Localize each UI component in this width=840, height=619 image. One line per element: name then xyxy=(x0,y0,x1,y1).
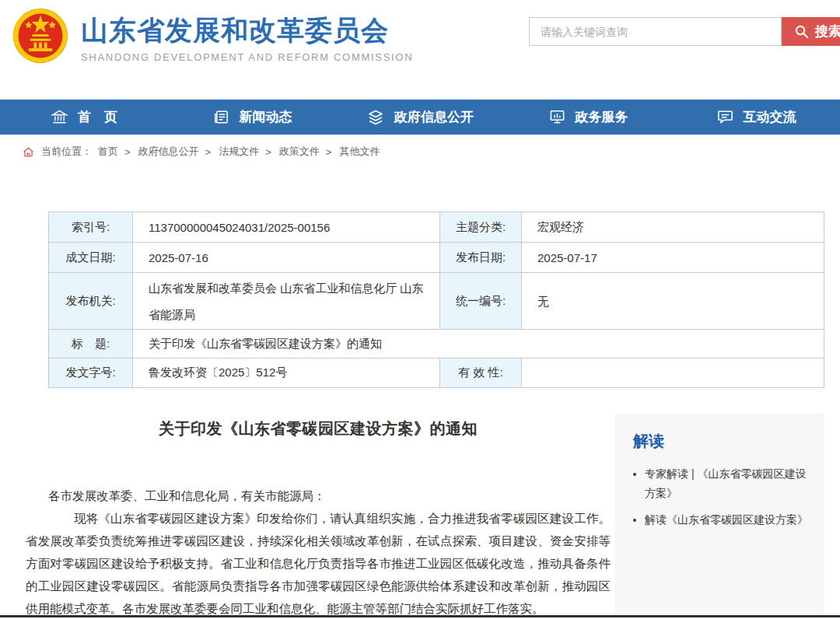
breadcrumb-separator: > xyxy=(265,146,271,158)
breadcrumb-separator: > xyxy=(124,146,131,158)
article-paragraph: 现将《山东省零碳园区建设方案》印发给你们，请认真组织实施，合力推进我省零碳园区建… xyxy=(26,507,611,619)
table-row: 索引号: 113700000045024031/2025-00156 主题分类:… xyxy=(49,212,824,243)
nav-label: 互动交流 xyxy=(744,108,796,126)
search-input[interactable] xyxy=(529,17,782,46)
search-bar: 搜索 xyxy=(529,17,782,46)
nav-item-gov-info[interactable]: 政府信息公开 xyxy=(336,100,504,135)
nav-item-home[interactable]: 首 页 xyxy=(0,100,168,135)
interpretation-list: 专家解读 | 《山东省零碳园区建设方案》 解读《山东省零碳园区建设方案》 xyxy=(633,464,809,530)
date-written-label: 成文日期: xyxy=(49,243,133,273)
interpretation-heading: 解读 xyxy=(633,431,809,452)
doc-title-label: 标 题: xyxy=(49,330,133,358)
document-info-table: 索引号: 113700000045024031/2025-00156 主题分类:… xyxy=(48,212,824,388)
issuing-agency-label: 发布机关: xyxy=(49,273,133,330)
breadcrumb-separator: > xyxy=(205,146,212,158)
validity-label: 有 效 性: xyxy=(440,358,522,388)
validity-value xyxy=(522,358,824,388)
search-button[interactable]: 搜索 xyxy=(782,17,840,46)
bank-icon xyxy=(51,108,68,126)
news-icon xyxy=(212,108,230,126)
site-header: 山东省发展和改革委员会 SHANDONG DEVELOPMENT AND REF… xyxy=(0,0,840,100)
topic-category-label: 主题分类: xyxy=(440,212,522,243)
national-emblem-icon xyxy=(11,6,70,65)
breadcrumb-item-home[interactable]: 首页 xyxy=(98,145,118,159)
topic-category-value: 宏观经济 xyxy=(522,212,824,243)
doc-title-value: 关于印发《山东省零碳园区建设方案》的通知 xyxy=(133,330,824,358)
breadcrumb-item-gov-info[interactable]: 政府信息公开 xyxy=(138,145,199,159)
table-row: 成文日期: 2025-07-16 发布日期: 2025-07-17 xyxy=(49,243,824,273)
date-published-value: 2025-07-17 xyxy=(522,243,824,273)
doc-number-label: 发文字号: xyxy=(49,358,133,388)
interpretation-panel: 解读 专家解读 | 《山东省零碳园区建设方案》 解读《山东省零碳园区建设方案》 xyxy=(614,414,824,615)
nav-label: 政府信息公开 xyxy=(394,108,474,126)
footer-top-edge xyxy=(0,615,840,617)
index-number-label: 索引号: xyxy=(49,212,133,243)
doc-number-value: 鲁发改环资〔2025〕512号 xyxy=(133,358,440,388)
breadcrumb: 当前位置： 首页> 政府信息公开> 法规文件> 政策文件> 其他文件 xyxy=(22,145,380,159)
layers-icon xyxy=(366,108,385,127)
table-row: 标 题: 关于印发《山东省零碳园区建设方案》的通知 xyxy=(49,330,824,358)
article-title: 关于印发《山东省零碳园区建设方案》的通知 xyxy=(26,418,611,439)
search-button-label: 搜索 xyxy=(815,23,840,40)
nav-item-interaction[interactable]: 互动交流 xyxy=(672,100,840,135)
unified-number-value: 无 xyxy=(522,273,824,330)
nav-item-news[interactable]: 新闻动态 xyxy=(168,100,336,135)
breadcrumb-prefix: 当前位置： xyxy=(41,145,92,159)
issuing-agency-value: 山东省发展和改革委员会 山东省工业和信息化厅 山东省能源局 xyxy=(133,273,440,330)
date-written-value: 2025-07-16 xyxy=(133,243,440,273)
home-icon xyxy=(22,145,35,159)
article: 关于印发《山东省零碳园区建设方案》的通知 各市发展改革委、工业和信息化局，有关市… xyxy=(26,412,611,619)
search-icon xyxy=(794,24,809,39)
interpretation-link-expert[interactable]: 专家解读 | 《山东省零碳园区建设方案》 xyxy=(645,464,809,503)
table-row: 发文字号: 鲁发改环资〔2025〕512号 有 效 性: xyxy=(49,358,824,388)
site-title: 山东省发展和改革委员会 xyxy=(81,16,413,46)
interpretation-link-plain[interactable]: 解读《山东省零碳园区建设方案》 xyxy=(645,510,809,530)
site-subtitle: SHANDONG DEVELOPMENT AND REFORM COMMISSI… xyxy=(81,51,413,63)
unified-number-label: 统一编号: xyxy=(440,273,522,330)
article-salutation: 各市发展改革委、工业和信息化局，有关市能源局： xyxy=(26,484,611,507)
breadcrumb-separator: > xyxy=(326,146,332,158)
index-number-value: 113700000045024031/2025-00156 xyxy=(133,212,440,243)
monitor-icon xyxy=(548,108,566,126)
breadcrumb-item-regulations[interactable]: 法规文件 xyxy=(219,145,259,159)
chat-icon xyxy=(716,108,734,126)
nav-label: 政务服务 xyxy=(576,108,628,126)
breadcrumb-item-other-files[interactable]: 其他文件 xyxy=(339,145,380,159)
main-nav: 首 页 新闻动态 政府信息公开 xyxy=(0,100,840,135)
date-published-label: 发布日期: xyxy=(440,243,522,273)
page: 山东省发展和改革委员会 SHANDONG DEVELOPMENT AND REF… xyxy=(0,0,840,619)
nav-label: 首 页 xyxy=(78,108,117,126)
nav-item-gov-services[interactable]: 政务服务 xyxy=(504,100,672,135)
national-emblem-logo[interactable] xyxy=(11,6,70,65)
table-row: 发布机关: 山东省发展和改革委员会 山东省工业和信息化厅 山东省能源局 统一编号… xyxy=(49,273,824,330)
breadcrumb-item-policy-files[interactable]: 政策文件 xyxy=(279,145,320,159)
site-title-block: 山东省发展和改革委员会 SHANDONG DEVELOPMENT AND REF… xyxy=(81,16,413,63)
nav-label: 新闻动态 xyxy=(240,108,292,126)
